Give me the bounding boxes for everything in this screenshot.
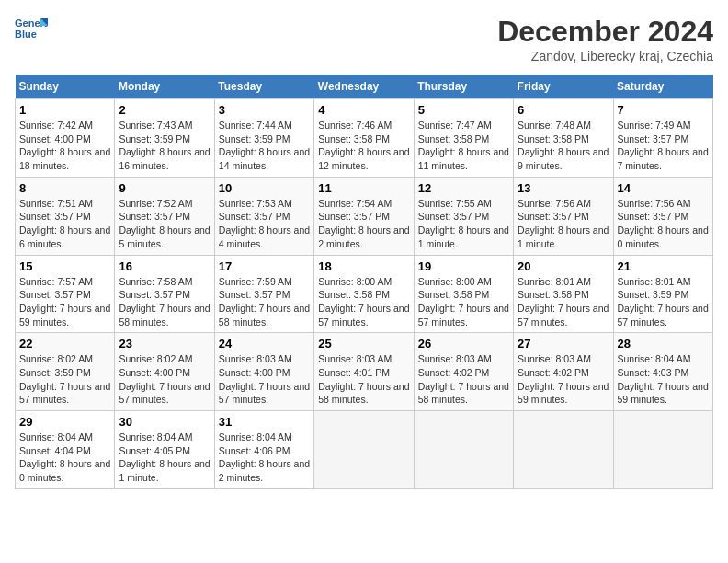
day-info: Sunrise: 8:03 AM Sunset: 4:02 PM Dayligh… [418, 352, 509, 407]
day-number: 5 [418, 103, 509, 117]
day-number: 8 [19, 181, 110, 195]
day-number: 27 [518, 337, 609, 350]
day-number: 4 [318, 103, 409, 117]
calendar-cell: 10Sunrise: 7:53 AM Sunset: 3:57 PM Dayli… [214, 177, 313, 255]
day-number: 9 [119, 181, 210, 195]
calendar-table: SundayMondayTuesdayWednesdayThursdayFrid… [15, 75, 713, 489]
calendar-week-3: 15Sunrise: 7:57 AM Sunset: 3:57 PM Dayli… [16, 255, 713, 333]
day-info: Sunrise: 7:49 AM Sunset: 3:57 PM Dayligh… [618, 119, 709, 173]
title-block: December 2024 Zandov, Liberecky kraj, Cz… [497, 15, 713, 63]
calendar-cell: 15Sunrise: 7:57 AM Sunset: 3:57 PM Dayli… [16, 255, 115, 333]
day-info: Sunrise: 7:43 AM Sunset: 3:59 PM Dayligh… [119, 119, 210, 173]
day-number: 19 [418, 259, 509, 273]
day-number: 24 [219, 337, 310, 350]
calendar-cell: 14Sunrise: 7:56 AM Sunset: 3:57 PM Dayli… [613, 177, 712, 255]
day-info: Sunrise: 7:51 AM Sunset: 3:57 PM Dayligh… [19, 197, 110, 251]
calendar-cell: 12Sunrise: 7:55 AM Sunset: 3:57 PM Dayli… [414, 177, 513, 255]
calendar-cell [514, 411, 613, 489]
day-info: Sunrise: 7:56 AM Sunset: 3:57 PM Dayligh… [618, 197, 709, 251]
calendar-cell: 3Sunrise: 7:44 AM Sunset: 3:59 PM Daylig… [214, 99, 313, 178]
calendar-cell: 18Sunrise: 8:00 AM Sunset: 3:58 PM Dayli… [314, 255, 414, 333]
month-title: December 2024 [497, 15, 713, 49]
day-info: Sunrise: 7:56 AM Sunset: 3:57 PM Dayligh… [518, 197, 609, 251]
day-info: Sunrise: 7:52 AM Sunset: 3:57 PM Dayligh… [119, 197, 210, 251]
weekday-header-saturday: Saturday [613, 75, 712, 99]
day-number: 11 [318, 181, 409, 195]
day-number: 30 [119, 415, 210, 429]
weekday-header-sunday: Sunday [16, 75, 115, 99]
day-info: Sunrise: 8:00 AM Sunset: 3:58 PM Dayligh… [318, 275, 409, 329]
calendar-cell: 2Sunrise: 7:43 AM Sunset: 3:59 PM Daylig… [115, 99, 214, 178]
day-info: Sunrise: 7:46 AM Sunset: 3:58 PM Dayligh… [318, 119, 409, 173]
day-number: 20 [518, 259, 609, 273]
calendar-cell: 13Sunrise: 7:56 AM Sunset: 3:57 PM Dayli… [514, 177, 613, 255]
location-subtitle: Zandov, Liberecky kraj, Czechia [497, 49, 713, 63]
day-info: Sunrise: 8:03 AM Sunset: 4:02 PM Dayligh… [518, 352, 609, 407]
day-info: Sunrise: 8:00 AM Sunset: 3:58 PM Dayligh… [418, 275, 509, 329]
weekday-header-thursday: Thursday [414, 75, 513, 99]
calendar-cell: 16Sunrise: 7:58 AM Sunset: 3:57 PM Dayli… [115, 255, 214, 333]
calendar-cell: 1Sunrise: 7:42 AM Sunset: 4:00 PM Daylig… [16, 99, 115, 178]
calendar-cell: 17Sunrise: 7:59 AM Sunset: 3:57 PM Dayli… [214, 255, 313, 333]
calendar-cell: 30Sunrise: 8:04 AM Sunset: 4:05 PM Dayli… [115, 411, 214, 489]
day-number: 2 [119, 103, 210, 117]
weekday-header-wednesday: Wednesday [314, 75, 414, 99]
calendar-cell: 25Sunrise: 8:03 AM Sunset: 4:01 PM Dayli… [314, 333, 414, 411]
calendar-week-2: 8Sunrise: 7:51 AM Sunset: 3:57 PM Daylig… [16, 177, 713, 255]
day-info: Sunrise: 7:55 AM Sunset: 3:57 PM Dayligh… [418, 197, 509, 251]
calendar-cell: 29Sunrise: 8:04 AM Sunset: 4:04 PM Dayli… [16, 411, 115, 489]
calendar-cell: 23Sunrise: 8:02 AM Sunset: 4:00 PM Dayli… [115, 333, 214, 411]
calendar-header: SundayMondayTuesdayWednesdayThursdayFrid… [16, 75, 713, 99]
day-info: Sunrise: 8:04 AM Sunset: 4:06 PM Dayligh… [219, 431, 310, 485]
weekday-header-tuesday: Tuesday [214, 75, 313, 99]
calendar-body: 1Sunrise: 7:42 AM Sunset: 4:00 PM Daylig… [16, 99, 713, 489]
day-number: 3 [219, 103, 310, 117]
day-number: 6 [518, 103, 609, 117]
svg-text:Blue: Blue [15, 29, 37, 40]
calendar-cell [414, 411, 513, 489]
calendar-cell: 8Sunrise: 7:51 AM Sunset: 3:57 PM Daylig… [16, 177, 115, 255]
calendar-cell: 27Sunrise: 8:03 AM Sunset: 4:02 PM Dayli… [514, 333, 613, 411]
day-info: Sunrise: 7:53 AM Sunset: 3:57 PM Dayligh… [219, 197, 310, 251]
day-number: 16 [119, 259, 210, 273]
day-info: Sunrise: 8:01 AM Sunset: 3:59 PM Dayligh… [618, 275, 709, 329]
day-number: 29 [19, 415, 110, 429]
day-info: Sunrise: 7:42 AM Sunset: 4:00 PM Dayligh… [19, 119, 110, 173]
day-number: 12 [418, 181, 509, 195]
calendar-cell: 4Sunrise: 7:46 AM Sunset: 3:58 PM Daylig… [314, 99, 414, 178]
day-info: Sunrise: 7:47 AM Sunset: 3:58 PM Dayligh… [418, 119, 509, 173]
calendar-cell [314, 411, 414, 489]
day-info: Sunrise: 8:03 AM Sunset: 4:00 PM Dayligh… [219, 352, 310, 407]
day-info: Sunrise: 7:48 AM Sunset: 3:58 PM Dayligh… [518, 119, 609, 173]
calendar-cell: 24Sunrise: 8:03 AM Sunset: 4:00 PM Dayli… [214, 333, 313, 411]
weekday-header-friday: Friday [514, 75, 613, 99]
weekday-row: SundayMondayTuesdayWednesdayThursdayFrid… [16, 75, 713, 99]
calendar-cell: 26Sunrise: 8:03 AM Sunset: 4:02 PM Dayli… [414, 333, 513, 411]
day-number: 10 [219, 181, 310, 195]
day-info: Sunrise: 7:54 AM Sunset: 3:57 PM Dayligh… [318, 197, 409, 251]
page-header: General Blue December 2024 Zandov, Liber… [15, 15, 713, 63]
weekday-header-monday: Monday [115, 75, 214, 99]
day-number: 17 [219, 259, 310, 273]
calendar-cell: 9Sunrise: 7:52 AM Sunset: 3:57 PM Daylig… [115, 177, 214, 255]
day-info: Sunrise: 7:58 AM Sunset: 3:57 PM Dayligh… [119, 275, 210, 329]
day-number: 14 [618, 181, 709, 195]
day-number: 26 [418, 337, 509, 350]
calendar-cell [613, 411, 712, 489]
day-info: Sunrise: 8:04 AM Sunset: 4:03 PM Dayligh… [618, 352, 709, 407]
day-number: 18 [318, 259, 409, 273]
calendar-cell: 22Sunrise: 8:02 AM Sunset: 3:59 PM Dayli… [16, 333, 115, 411]
calendar-week-5: 29Sunrise: 8:04 AM Sunset: 4:04 PM Dayli… [16, 411, 713, 489]
day-number: 25 [318, 337, 409, 350]
day-info: Sunrise: 8:04 AM Sunset: 4:05 PM Dayligh… [119, 431, 210, 485]
logo-icon: General Blue [15, 15, 48, 42]
calendar-week-1: 1Sunrise: 7:42 AM Sunset: 4:00 PM Daylig… [16, 99, 713, 178]
day-number: 13 [518, 181, 609, 195]
day-info: Sunrise: 8:03 AM Sunset: 4:01 PM Dayligh… [318, 352, 409, 407]
calendar-cell: 6Sunrise: 7:48 AM Sunset: 3:58 PM Daylig… [514, 99, 613, 178]
calendar-cell: 19Sunrise: 8:00 AM Sunset: 3:58 PM Dayli… [414, 255, 513, 333]
day-info: Sunrise: 7:44 AM Sunset: 3:59 PM Dayligh… [219, 119, 310, 173]
day-number: 31 [219, 415, 310, 429]
day-info: Sunrise: 8:02 AM Sunset: 4:00 PM Dayligh… [119, 352, 210, 407]
calendar-cell: 5Sunrise: 7:47 AM Sunset: 3:58 PM Daylig… [414, 99, 513, 178]
